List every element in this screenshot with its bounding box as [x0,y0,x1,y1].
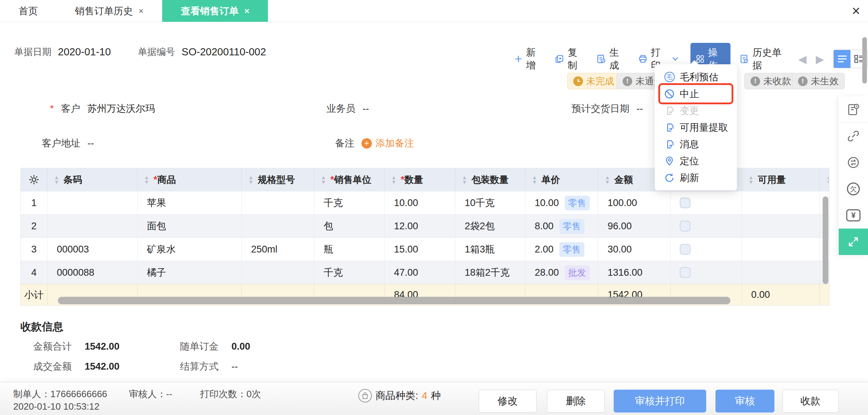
history-docs-button[interactable]: 历史单据 [740,46,786,72]
cell-unit: 瓶 [314,238,385,261]
row-checkbox[interactable] [680,244,690,255]
modify-button[interactable]: 修改 [479,390,537,412]
price-type-badge[interactable]: 零售 [565,196,590,210]
audit-and-print-button[interactable]: 审核并打印 [614,390,706,412]
header-price[interactable]: ▲▼单价 [525,168,598,191]
sort-icon[interactable]: ▲▼ [391,175,396,184]
header-product[interactable]: ▲▼*商品 [138,168,242,191]
printer-icon [638,54,648,64]
prev-order-arrow[interactable]: ◀ [798,53,807,65]
header-pack-qty[interactable]: ▲▼包装数量 [455,168,525,191]
cell-checkbox [670,191,742,214]
debt-button[interactable]: 欠 [839,176,868,202]
delivery-date-label: 预计交货日期 [572,102,629,115]
transfer-button[interactable] [839,149,868,176]
sort-icon[interactable]: ▲▼ [605,175,610,184]
receive-payment-button[interactable]: 收款 [782,390,839,412]
header-barcode[interactable]: ▲▼条码 [48,168,138,191]
audit-button[interactable]: 审核 [715,390,774,412]
table-row[interactable]: 4 0000088 橘子 千克 47.00 18箱2千克 28.00批发 131… [21,261,829,284]
link-icon [847,129,860,143]
money-button[interactable]: ¥ [839,202,868,229]
close-icon[interactable]: × [852,4,860,18]
sort-icon[interactable]: ▲▼ [462,175,467,184]
tab-view-label: 查看销售订单 [181,5,239,18]
cell-unit: 千克 [314,261,385,284]
customer-address-label: 客户地址 [42,137,80,150]
table-row[interactable]: 2 面包 包 12.00 2袋2包 8.00零售 96.00 [21,214,829,238]
salesman-value: -- [363,103,369,114]
cell-product: 面包 [138,215,242,238]
customer-value: 苏州万达沃尔玛 [88,102,155,115]
tab-close-icon[interactable]: × [244,6,249,16]
row-index: 1 [21,191,48,214]
customer-field: * 客户 苏州万达沃尔玛 [50,102,155,115]
remark-label: 备注 [335,137,354,150]
row-index: 4 [21,261,48,284]
sort-icon[interactable]: ▲▼ [321,175,326,184]
list-view-button[interactable] [834,50,851,68]
tab-home[interactable]: 首页 [0,0,56,22]
subtotal-available: 0.00 [742,284,820,305]
fullscreen-button[interactable] [839,229,868,255]
refresh-icon [664,173,674,183]
tab-view-sales-order[interactable]: 查看销售订单 × [162,0,268,22]
cell-checkbox [670,238,742,261]
column-settings-button[interactable] [21,168,48,191]
sort-icon[interactable]: ▲▼ [748,175,754,184]
horizontal-scrollbar-thumb[interactable] [58,297,730,304]
sort-icon[interactable]: ▲▼ [826,175,829,184]
cell-qty: 15.00 [385,238,455,261]
table-row[interactable]: 1 苹果 千克 10.00 10千克 10.00零售 100.00 [21,191,829,214]
delete-button[interactable]: 删除 [547,390,605,412]
header-spec[interactable]: ▲▼规格型号 [242,168,314,191]
sort-icon[interactable]: ▲▼ [54,175,59,184]
menu-item-change[interactable]: 变更 [655,102,737,119]
table-vertical-scrollbar-thumb[interactable] [823,196,828,284]
cell-checkbox [670,215,742,238]
table-row[interactable]: 3 000003 矿泉水 250ml 瓶 15.00 1箱3瓶 2.00零售 3… [21,238,829,261]
header-partial-column[interactable]: ▲▼ [820,168,829,191]
row-checkbox[interactable] [680,221,690,231]
doc-no-label: 单据编号 [138,46,175,58]
salesman-field: 业务员 -- [326,102,369,115]
price-type-badge[interactable]: 零售 [559,242,584,257]
copy-icon [555,54,564,64]
copy-button[interactable]: 复制 [555,46,584,72]
menu-item-refresh[interactable]: 刷新 [655,169,737,186]
link-button[interactable] [839,123,868,149]
header-qty[interactable]: ▲▼*数量 [385,168,455,191]
menu-item-abort[interactable]: 中止 [655,85,737,102]
menu-item-message[interactable]: 消息 [655,136,737,152]
sort-icon[interactable]: ▲▼ [144,175,149,184]
sales-order-view-screen: 首页 销售订单历史 × 查看销售订单 × × 单据日期 2020-01-10 单… [0,0,868,415]
tab-close-icon[interactable]: × [139,6,144,16]
exclamation-icon: ! [750,76,760,86]
order-log-button[interactable] [839,96,868,123]
right-sidebar: 欠 ¥ [839,96,868,255]
row-checkbox[interactable] [680,267,690,278]
header-unit[interactable]: ▲▼*销售单位 [314,168,385,191]
next-order-arrow[interactable]: ▶ [816,53,824,65]
cell-pack: 2袋2包 [455,215,525,238]
header-available[interactable]: ▲▼可用量 [742,168,820,191]
menu-item-available-extract[interactable]: 可用量提取 [655,119,737,136]
sort-icon[interactable]: ▲▼ [532,175,537,184]
sort-icon[interactable]: ▲▼ [248,175,254,184]
tab-sales-order-history[interactable]: 销售订单历史 × [56,0,162,22]
row-index: 2 [21,215,48,238]
add-remark-button[interactable]: + 添加备注 [361,137,414,150]
menu-item-gross-profit-estimate[interactable]: 毛 毛利预估 [655,69,737,85]
clock-icon [573,76,583,86]
deal-amount-field: 成交金额 1542.00 [33,360,120,373]
add-button[interactable]: 新增 [514,46,543,72]
created-time: 2020-01-10 10:53:12 [13,401,99,412]
price-type-badge[interactable]: 批发 [565,265,590,280]
menu-item-locate[interactable]: 定位 [655,152,737,169]
prohibit-icon [664,89,675,99]
generate-button[interactable]: 生成 [597,46,626,72]
cell-checkbox [670,261,742,284]
price-type-badge[interactable]: 零售 [559,219,584,234]
row-checkbox[interactable] [680,198,690,208]
page-scrollbar-thumb[interactable] [862,37,867,84]
